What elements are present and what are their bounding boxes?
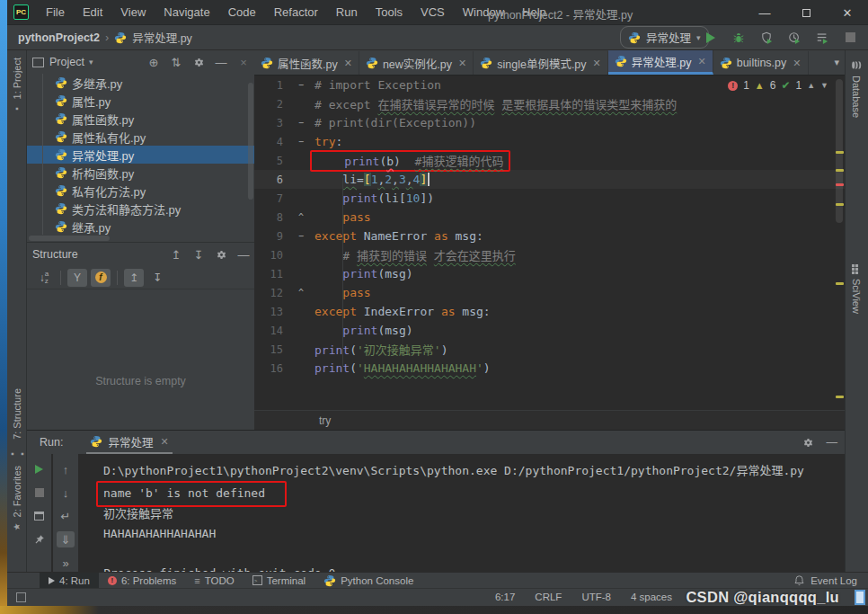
menu-navigate[interactable]: Navigate (155, 2, 217, 22)
menu-refactor[interactable]: Refactor (266, 2, 326, 22)
fold-marker-icon[interactable]: ^ (294, 212, 308, 222)
minimize-icon[interactable]: — (744, 6, 785, 20)
close-panel-icon[interactable]: × (236, 56, 251, 69)
project-file[interactable]: 析构函数.py (27, 164, 254, 182)
indent-setting[interactable]: 4 spaces (631, 592, 672, 602)
fold-marker-icon[interactable]: − (294, 80, 308, 90)
project-file[interactable]: 属性.py (27, 92, 254, 110)
fold-marker-icon[interactable]: ^ (294, 288, 308, 298)
menu-edit[interactable]: Edit (75, 2, 111, 22)
project-file[interactable]: 继承.py (27, 218, 254, 235)
project-horizontal-scrollbar[interactable] (29, 236, 110, 241)
profiler-button[interactable] (784, 28, 804, 48)
collapse-all-icon[interactable]: ↧ (191, 248, 206, 262)
run-configuration-select[interactable]: 异常处理 ▾ (620, 26, 709, 49)
toolwindow-button-terminal[interactable]: >Terminal (244, 573, 314, 588)
fold-marker-icon[interactable]: − (294, 118, 308, 128)
editor-scrollbar[interactable] (834, 76, 845, 410)
close-icon[interactable]: ✕ (827, 6, 868, 20)
previous-problem-icon[interactable]: ▲ (807, 81, 815, 90)
editor-tab[interactable]: new实例化.py✕ (359, 51, 474, 75)
code-area[interactable]: 1−# import Exception2# except 在捕获错误异常的时候… (254, 76, 845, 410)
autoscroll-to-source-button[interactable]: ↥ (124, 269, 144, 287)
hide-panel-icon[interactable]: — (827, 436, 838, 449)
sidebar-tab-project[interactable]: ▪ 1: Project (7, 54, 27, 117)
pin-tab-button[interactable] (31, 531, 49, 547)
breadcrumb-file[interactable]: 异常处理.py (132, 29, 192, 46)
menu-view[interactable]: View (112, 2, 154, 22)
sort-alphabetically-button[interactable]: ↓az (34, 269, 54, 287)
autoscroll-from-source-button[interactable]: ↧ (147, 269, 167, 287)
gear-icon[interactable] (214, 249, 228, 261)
toolwindow-button-problems[interactable]: !6: Problems (99, 573, 185, 588)
gear-icon[interactable] (802, 437, 814, 449)
stop-button[interactable] (31, 485, 49, 501)
collapse-all-icon[interactable]: ⇅ (169, 56, 183, 69)
run-with-coverage-button[interactable] (757, 28, 776, 48)
restore-layout-button[interactable] (31, 508, 49, 524)
locate-file-icon[interactable]: ⊕ (146, 56, 161, 69)
breadcrumb-project[interactable]: pythonProject2 (18, 31, 100, 44)
hidden-tabs-chevron-icon[interactable]: ▾ (834, 57, 839, 68)
debug-button[interactable] (729, 28, 748, 48)
editor-tab[interactable]: single单例模式.py✕ (474, 51, 608, 75)
scroll-to-end-button[interactable]: ⇓ (57, 531, 75, 547)
down-stack-trace-button[interactable]: ↓ (57, 485, 75, 501)
project-file[interactable]: 多继承.py (27, 74, 254, 92)
sidebar-tab-structure[interactable]: ▪▪ 7: Structure (7, 385, 27, 467)
code-line[interactable]: 2# except 在捕获错误异常的时候 是要根据具体的错误类型来捕获的 (254, 94, 845, 113)
menu-code[interactable]: Code (220, 2, 264, 22)
run-console-output[interactable]: D:\pythonProject1\pythonProject2\venv\Sc… (80, 454, 843, 572)
menu-file[interactable]: File (38, 2, 73, 22)
line-separator[interactable]: CRLF (535, 592, 562, 602)
rerun-button[interactable] (31, 461, 49, 477)
scope-breadcrumb[interactable]: try (319, 414, 331, 427)
more-actions-button[interactable]: » (57, 555, 75, 571)
hide-panel-icon[interactable]: — (214, 56, 228, 69)
editor-tab[interactable]: 属性函数.py✕ (254, 51, 359, 75)
project-file[interactable]: 异常处理.py (27, 146, 254, 164)
expand-all-icon[interactable]: ↥ (169, 248, 183, 262)
close-icon[interactable]: ✕ (697, 56, 705, 67)
inspection-widget[interactable]: ! 1 ▲ 6 ✔ 1 ▲ ▼ (728, 79, 828, 92)
soft-wrap-button[interactable]: ↵ (57, 508, 75, 524)
editor-tab[interactable]: 异常处理.py✕ (608, 50, 713, 75)
run-tab[interactable]: 异常处理 ✕ (86, 431, 172, 454)
gear-icon[interactable] (191, 57, 206, 68)
caret-position[interactable]: 6:17 (495, 592, 515, 602)
project-file[interactable]: 类方法和静态方法.py (27, 200, 254, 218)
close-icon[interactable]: ✕ (344, 58, 352, 69)
code-line[interactable]: 3−# print(dir(Exception)) (254, 113, 845, 132)
menu-vcs[interactable]: VCS (412, 2, 453, 22)
close-icon[interactable]: ✕ (458, 58, 466, 69)
editor-tab[interactable]: builtins.py✕ (713, 51, 809, 75)
project-file[interactable]: 属性函数.py (27, 110, 254, 128)
menu-run[interactable]: Run (328, 2, 366, 22)
code-line[interactable]: 5 print(b) #捕获逻辑的代码 (254, 151, 845, 170)
run-concurrency-button[interactable] (812, 28, 832, 48)
project-vertical-scrollbar[interactable] (248, 83, 253, 200)
event-log-button[interactable]: Event Log (793, 574, 857, 586)
chevron-down-icon[interactable]: ▾ (89, 58, 93, 67)
show-fields-button[interactable]: f (91, 269, 111, 287)
project-file[interactable]: 私有化方法.py (27, 182, 254, 200)
close-icon[interactable]: ✕ (160, 436, 168, 448)
file-encoding[interactable]: UTF-8 (581, 592, 611, 602)
hide-panel-icon[interactable]: — (236, 248, 251, 262)
toolwindow-button-run[interactable]: 4: Run (40, 573, 99, 588)
stop-button[interactable] (840, 28, 860, 48)
toolwindow-button-python[interactable]: Python Console (314, 573, 422, 588)
run-button[interactable] (701, 28, 721, 48)
show-inherited-button[interactable]: Y (67, 269, 87, 287)
menu-tools[interactable]: Tools (368, 2, 411, 22)
code-line[interactable]: 4−try: (254, 132, 845, 151)
sidebar-tab-favorites[interactable]: ★ 2: Favorites (7, 462, 27, 535)
fold-marker-icon[interactable]: − (294, 231, 308, 241)
tool-window-switcher-icon[interactable] (16, 592, 26, 602)
sidebar-tab-database[interactable]: Database (845, 56, 868, 121)
sidebar-tab-sciview[interactable]: SciView (845, 261, 868, 317)
up-stack-trace-button[interactable]: ↑ (57, 461, 75, 477)
project-file[interactable]: 属性私有化.py (27, 128, 254, 146)
close-icon[interactable]: ✕ (593, 58, 601, 69)
next-problem-icon[interactable]: ▼ (820, 81, 828, 90)
